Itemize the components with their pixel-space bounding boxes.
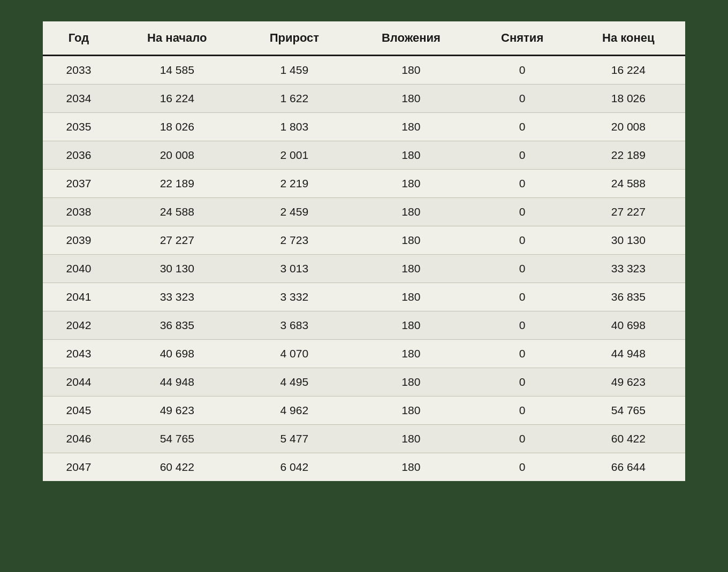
header-investments: Вложения: [349, 21, 473, 56]
cell-end: 44 948: [572, 340, 685, 368]
cell-growth: 2 723: [240, 226, 349, 255]
cell-withdrawals: 0: [473, 453, 572, 482]
cell-year: 2033: [43, 56, 115, 85]
cell-growth: 4 962: [240, 396, 349, 425]
cell-end: 54 765: [572, 396, 685, 425]
cell-year: 2037: [43, 170, 115, 198]
table-row: 203518 0261 803180020 008: [43, 113, 685, 141]
cell-end: 24 588: [572, 170, 685, 198]
cell-end: 30 130: [572, 226, 685, 255]
cell-withdrawals: 0: [473, 198, 572, 226]
cell-start: 49 623: [115, 396, 240, 425]
cell-year: 2040: [43, 255, 115, 283]
table-row: 203314 5851 459180016 224: [43, 56, 685, 85]
cell-start: 14 585: [115, 56, 240, 85]
cell-year: 2035: [43, 113, 115, 141]
cell-year: 2047: [43, 453, 115, 482]
cell-year: 2041: [43, 283, 115, 311]
cell-start: 40 698: [115, 340, 240, 368]
table-row: 204549 6234 962180054 765: [43, 396, 685, 425]
table-row: 204133 3233 332180036 835: [43, 283, 685, 311]
cell-withdrawals: 0: [473, 283, 572, 311]
cell-start: 16 224: [115, 85, 240, 113]
cell-investments: 180: [349, 141, 473, 170]
cell-year: 2046: [43, 425, 115, 453]
cell-investments: 180: [349, 453, 473, 482]
cell-year: 2034: [43, 85, 115, 113]
cell-growth: 2 219: [240, 170, 349, 198]
cell-start: 22 189: [115, 170, 240, 198]
cell-growth: 2 459: [240, 198, 349, 226]
cell-withdrawals: 0: [473, 255, 572, 283]
cell-start: 36 835: [115, 311, 240, 340]
financial-table: Год На начало Прирост Вложения Снятия На…: [43, 21, 685, 481]
cell-start: 33 323: [115, 283, 240, 311]
cell-investments: 180: [349, 425, 473, 453]
cell-start: 60 422: [115, 453, 240, 482]
cell-year: 2044: [43, 368, 115, 396]
cell-withdrawals: 0: [473, 85, 572, 113]
cell-year: 2039: [43, 226, 115, 255]
cell-withdrawals: 0: [473, 226, 572, 255]
cell-start: 54 765: [115, 425, 240, 453]
header-growth: Прирост: [240, 21, 349, 56]
cell-year: 2045: [43, 396, 115, 425]
cell-growth: 3 013: [240, 255, 349, 283]
table-body: 203314 5851 459180016 224203416 2241 622…: [43, 56, 685, 482]
cell-end: 18 026: [572, 85, 685, 113]
table-row: 204030 1303 013180033 323: [43, 255, 685, 283]
cell-end: 22 189: [572, 141, 685, 170]
cell-year: 2043: [43, 340, 115, 368]
cell-end: 16 224: [572, 56, 685, 85]
table-container: Год На начало Прирост Вложения Снятия На…: [43, 21, 685, 481]
table-row: 204444 9484 495180049 623: [43, 368, 685, 396]
cell-growth: 6 042: [240, 453, 349, 482]
table-row: 204340 6984 070180044 948: [43, 340, 685, 368]
table-row: 204760 4226 042180066 644: [43, 453, 685, 482]
cell-end: 33 323: [572, 255, 685, 283]
cell-end: 20 008: [572, 113, 685, 141]
table-row: 204654 7655 477180060 422: [43, 425, 685, 453]
cell-investments: 180: [349, 56, 473, 85]
cell-withdrawals: 0: [473, 396, 572, 425]
cell-withdrawals: 0: [473, 170, 572, 198]
cell-investments: 180: [349, 340, 473, 368]
cell-growth: 3 683: [240, 311, 349, 340]
cell-growth: 1 803: [240, 113, 349, 141]
cell-investments: 180: [349, 198, 473, 226]
cell-end: 66 644: [572, 453, 685, 482]
cell-end: 40 698: [572, 311, 685, 340]
cell-withdrawals: 0: [473, 340, 572, 368]
cell-withdrawals: 0: [473, 141, 572, 170]
cell-start: 20 008: [115, 141, 240, 170]
cell-investments: 180: [349, 226, 473, 255]
cell-investments: 180: [349, 113, 473, 141]
cell-end: 27 227: [572, 198, 685, 226]
cell-start: 27 227: [115, 226, 240, 255]
cell-investments: 180: [349, 283, 473, 311]
cell-investments: 180: [349, 85, 473, 113]
cell-start: 24 588: [115, 198, 240, 226]
cell-investments: 180: [349, 170, 473, 198]
table-row: 203620 0082 001180022 189: [43, 141, 685, 170]
cell-investments: 180: [349, 368, 473, 396]
cell-withdrawals: 0: [473, 311, 572, 340]
cell-investments: 180: [349, 311, 473, 340]
cell-end: 36 835: [572, 283, 685, 311]
cell-withdrawals: 0: [473, 56, 572, 85]
cell-year: 2038: [43, 198, 115, 226]
cell-end: 49 623: [572, 368, 685, 396]
header-start: На начало: [115, 21, 240, 56]
cell-withdrawals: 0: [473, 368, 572, 396]
cell-growth: 1 459: [240, 56, 349, 85]
cell-growth: 4 495: [240, 368, 349, 396]
cell-growth: 5 477: [240, 425, 349, 453]
table-row: 204236 8353 683180040 698: [43, 311, 685, 340]
cell-growth: 4 070: [240, 340, 349, 368]
table-header-row: Год На начало Прирост Вложения Снятия На…: [43, 21, 685, 56]
cell-withdrawals: 0: [473, 113, 572, 141]
header-year: Год: [43, 21, 115, 56]
cell-withdrawals: 0: [473, 425, 572, 453]
cell-year: 2036: [43, 141, 115, 170]
cell-growth: 1 622: [240, 85, 349, 113]
